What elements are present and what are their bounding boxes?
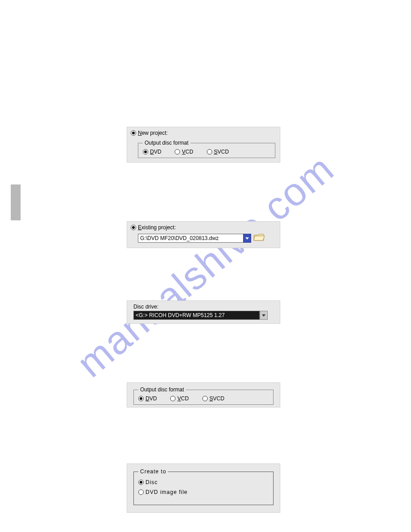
vcd-label-2: VCD [177,395,188,402]
svg-marker-1 [262,314,265,317]
output-format-fieldset-2: Output disc format DVD VCD SVCD [133,386,274,405]
existing-project-label: Existing project: [138,224,176,231]
image-file-label: DVD image file [146,489,188,495]
create-to-legend: Create to [138,468,168,475]
dvd-radio-2[interactable] [138,396,144,401]
dvd-option-2[interactable]: DVD [138,395,157,402]
new-project-radio-row[interactable]: New project: [127,127,280,138]
chevron-down-icon [245,236,249,240]
disc-drive-panel: Disc drive: <G:> RICOH DVD+RW MP5125 1.2… [127,300,280,324]
browse-folder-button[interactable] [251,232,265,244]
vcd-label-1: VCD [182,149,193,155]
vcd-radio-2[interactable] [170,396,176,401]
vcd-option-1[interactable]: VCD [175,149,193,155]
disc-label: Disc [146,479,158,485]
project-path-input[interactable]: G:\DVD MF20\DVD_020813.dwz [138,234,244,243]
svcd-radio-1[interactable] [207,149,212,154]
svcd-label-1: SVCD [214,149,229,155]
dvd-option-1[interactable]: DVD [143,149,161,155]
side-tab [11,184,21,220]
new-project-radio[interactable] [131,130,136,136]
folder-icon [253,232,265,242]
svcd-radio-2[interactable] [202,396,208,401]
vcd-radio-1[interactable] [175,149,180,154]
new-project-label: New project: [138,130,168,136]
disc-drive-select[interactable]: <G:> RICOH DVD+RW MP5125 1.27 [133,311,260,320]
existing-project-panel: Existing project: G:\DVD MF20\DVD_020813… [127,221,280,248]
disc-radio[interactable] [138,480,144,485]
output-format-legend-1: Output disc format [143,140,190,146]
disc-drive-dropdown[interactable] [260,311,268,320]
dvd-label-2: DVD [146,395,157,402]
output-format-panel-2: Output disc format DVD VCD SVCD [127,382,280,408]
svg-marker-0 [245,237,249,240]
image-file-option[interactable]: DVD image file [138,487,269,497]
disc-drive-label: Disc drive: [133,304,158,310]
output-format-fieldset-1: Output disc format DVD VCD SVCD [138,140,275,158]
watermark-text: manualshive.com [68,146,342,386]
output-format-legend-2: Output disc format [138,386,186,393]
disc-option[interactable]: Disc [138,477,269,487]
new-project-panel: New project: Output disc format DVD VCD … [127,127,280,163]
chevron-down-icon [261,313,266,317]
project-path-dropdown[interactable] [243,234,251,243]
create-to-panel: Create to Disc DVD image file [127,463,280,513]
svcd-option-2[interactable]: SVCD [202,395,224,402]
create-to-fieldset: Create to Disc DVD image file [133,468,274,505]
vcd-option-2[interactable]: VCD [170,395,188,402]
svcd-option-1[interactable]: SVCD [207,149,229,155]
existing-project-radio-row[interactable]: Existing project: [127,222,280,232]
dvd-radio-1[interactable] [143,149,148,154]
svcd-label-2: SVCD [210,395,224,402]
dvd-label-1: DVD [150,149,161,155]
existing-project-radio[interactable] [131,225,136,230]
image-file-radio[interactable] [138,489,144,495]
